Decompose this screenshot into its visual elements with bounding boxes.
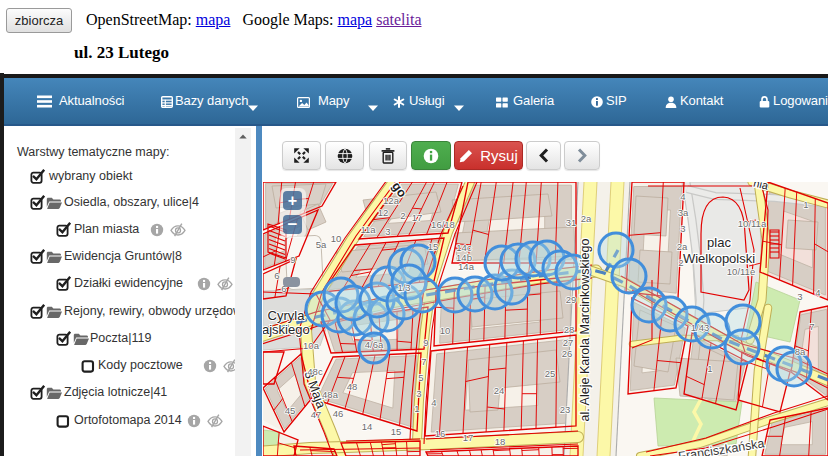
- svg-text:5: 5: [418, 372, 423, 383]
- svg-text:1/3: 1/3: [397, 282, 410, 293]
- svg-text:10/11a: 10/11a: [738, 218, 767, 229]
- svg-text:14: 14: [362, 421, 373, 432]
- svg-text:3: 3: [416, 388, 421, 399]
- svg-text:2: 2: [678, 257, 683, 268]
- svg-text:5a: 5a: [316, 239, 327, 250]
- svg-text:29: 29: [566, 294, 577, 305]
- svg-text:7: 7: [809, 321, 814, 332]
- svg-text:48: 48: [347, 381, 358, 392]
- svg-text:2a: 2a: [581, 213, 592, 224]
- svg-text:4/6a: 4/6a: [365, 339, 384, 350]
- svg-text:17: 17: [412, 212, 423, 223]
- svg-text:1: 1: [414, 403, 419, 414]
- svg-text:al. Aleje Karola Marcinkowskie: al. Aleje Karola Marcinkowskiego: [578, 239, 592, 422]
- svg-text:ajskiego: ajskiego: [263, 322, 310, 337]
- svg-text:2: 2: [400, 210, 405, 221]
- svg-text:4: 4: [815, 287, 820, 298]
- svg-text:16: 16: [435, 428, 446, 439]
- svg-text:47: 47: [311, 409, 322, 420]
- svg-text:18: 18: [495, 436, 506, 447]
- svg-text:26: 26: [562, 348, 573, 359]
- svg-text:48a: 48a: [322, 389, 339, 400]
- svg-text:1: 1: [707, 363, 712, 374]
- svg-text:15: 15: [428, 241, 439, 252]
- svg-text:28: 28: [564, 324, 575, 335]
- svg-text:10: 10: [331, 233, 342, 244]
- svg-text:Cyryla: Cyryla: [268, 308, 306, 323]
- svg-text:9: 9: [423, 337, 428, 348]
- svg-text:3: 3: [385, 226, 390, 237]
- svg-text:7: 7: [421, 356, 426, 367]
- svg-text:6: 6: [274, 270, 279, 281]
- svg-text:25: 25: [545, 368, 556, 379]
- svg-text:2a: 2a: [677, 241, 688, 252]
- svg-text:9: 9: [290, 254, 295, 265]
- svg-text:3: 3: [797, 291, 802, 302]
- svg-text:1/43: 1/43: [691, 322, 710, 333]
- svg-text:4: 4: [680, 191, 685, 202]
- svg-text:12a: 12a: [383, 195, 400, 206]
- svg-text:46: 46: [333, 408, 344, 419]
- svg-text:10a: 10a: [303, 340, 320, 351]
- svg-text:Wielkopolski: Wielkopolski: [683, 251, 755, 266]
- svg-text:8a: 8a: [795, 346, 806, 357]
- svg-text:31: 31: [566, 217, 577, 228]
- svg-text:3: 3: [680, 223, 685, 234]
- svg-text:11a: 11a: [360, 224, 376, 235]
- svg-text:14a: 14a: [458, 261, 475, 272]
- svg-text:23: 23: [560, 404, 571, 415]
- svg-text:15: 15: [391, 426, 402, 437]
- svg-text:27: 27: [563, 337, 574, 348]
- svg-text:16/18: 16/18: [431, 219, 455, 230]
- svg-text:4: 4: [431, 397, 436, 408]
- svg-text:10: 10: [440, 325, 451, 336]
- svg-text:3a: 3a: [678, 207, 689, 218]
- svg-text:24: 24: [494, 385, 505, 396]
- svg-text:1: 1: [803, 199, 808, 210]
- svg-text:17: 17: [463, 432, 474, 443]
- svg-text:10/11e: 10/11e: [727, 266, 755, 277]
- svg-text:48c: 48c: [307, 366, 323, 377]
- svg-text:plac: plac: [707, 235, 731, 250]
- svg-text:12: 12: [378, 207, 389, 218]
- svg-text:45: 45: [285, 405, 296, 416]
